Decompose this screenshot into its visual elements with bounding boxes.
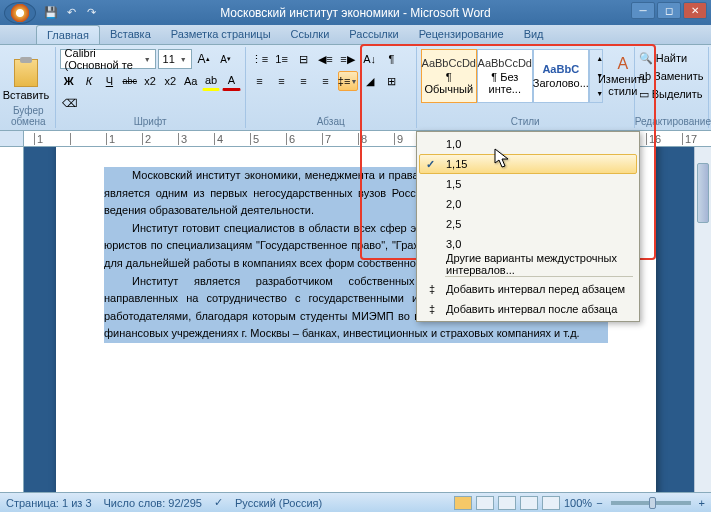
line-spacing-menu: 1,0 ✓1,15 1,5 2,0 2,5 3,0 Другие вариант…: [416, 131, 640, 322]
tab-insert[interactable]: Вставка: [100, 25, 161, 44]
view-draft[interactable]: [542, 496, 560, 510]
indent-increase-button[interactable]: ≡▶: [338, 49, 358, 69]
case-button[interactable]: Aa: [182, 71, 200, 91]
strike-button[interactable]: abc: [121, 71, 139, 91]
view-full-screen[interactable]: [476, 496, 494, 510]
bold-button[interactable]: Ж: [60, 71, 78, 91]
ruler-vertical[interactable]: [0, 147, 24, 492]
status-page[interactable]: Страница: 1 из 3: [6, 497, 92, 509]
tab-review[interactable]: Рецензирование: [409, 25, 514, 44]
group-label: Шрифт: [56, 116, 245, 127]
window-title: Московский институт экономики - Microsof…: [220, 6, 491, 20]
spacing-1.0[interactable]: 1,0: [419, 134, 637, 154]
italic-button[interactable]: К: [80, 71, 98, 91]
clipboard-icon: [14, 59, 38, 87]
zoom-in-button[interactable]: +: [699, 497, 705, 509]
group-label: Буфер обмена: [2, 105, 55, 127]
group-font: Calibri (Основной те▼ 11▼ A▴ A▾ Ж К Ч ab…: [56, 47, 246, 128]
office-button[interactable]: [4, 2, 36, 24]
highlight-color-button[interactable]: ab: [202, 71, 220, 91]
group-label: Редактирование: [635, 116, 708, 127]
font-color-button[interactable]: A: [222, 71, 240, 91]
space-before-icon: ‡: [424, 281, 440, 297]
redo-icon[interactable]: ↷: [82, 4, 100, 22]
titlebar: 💾 ↶ ↷ Московский институт экономики - Mi…: [0, 0, 711, 25]
numbering-button[interactable]: 1≡: [272, 49, 292, 69]
paste-button[interactable]: Вставить: [6, 49, 46, 111]
align-left-button[interactable]: ≡: [250, 71, 270, 91]
underline-button[interactable]: Ч: [100, 71, 118, 91]
replace-icon: ab: [639, 70, 651, 82]
view-web[interactable]: [498, 496, 516, 510]
menu-separator: [445, 276, 633, 277]
status-proofing-icon[interactable]: ✓: [214, 496, 223, 509]
show-marks-button[interactable]: ¶: [382, 49, 402, 69]
tab-mailings[interactable]: Рассылки: [339, 25, 408, 44]
spacing-more-options[interactable]: Другие варианты междустрочных интервалов…: [419, 254, 637, 274]
statusbar: Страница: 1 из 3 Число слов: 92/295 ✓ Ру…: [0, 492, 711, 512]
clear-format-button[interactable]: ⌫: [60, 93, 80, 113]
style-no-spacing[interactable]: AaBbCcDd ¶ Без инте...: [477, 49, 533, 103]
scrollbar-vertical[interactable]: [694, 147, 711, 492]
tab-layout[interactable]: Разметка страницы: [161, 25, 281, 44]
shrink-font-button[interactable]: A▾: [216, 49, 236, 69]
font-size-select[interactable]: 11▼: [158, 49, 192, 69]
space-after-icon: ‡: [424, 301, 440, 317]
justify-button[interactable]: ≡: [316, 71, 336, 91]
select-icon: ▭: [639, 88, 649, 101]
sort-button[interactable]: A↓: [360, 49, 380, 69]
select-button[interactable]: ▭Выделить: [637, 85, 706, 103]
spacing-3.0[interactable]: 3,0: [419, 234, 637, 254]
group-paragraph: ⋮≡ 1≡ ⊟ ◀≡ ≡▶ A↓ ¶ ≡ ≡ ≡ ≡ ‡≡▼ ◢ ⊞ Абзац: [246, 47, 417, 128]
font-family-select[interactable]: Calibri (Основной те▼: [60, 49, 156, 69]
group-clipboard: Вставить Буфер обмена: [2, 47, 56, 128]
find-icon: 🔍: [639, 52, 653, 65]
zoom-level[interactable]: 100%: [564, 497, 592, 509]
spacing-2.0[interactable]: 2,0: [419, 194, 637, 214]
paste-label: Вставить: [3, 89, 50, 101]
ribbon: Вставить Буфер обмена Calibri (Основной …: [0, 45, 711, 131]
group-label: Стили: [417, 116, 634, 127]
spacing-2.5[interactable]: 2,5: [419, 214, 637, 234]
status-language[interactable]: Русский (Россия): [235, 497, 322, 509]
add-space-after[interactable]: ‡Добавить интервал после абзаца: [419, 299, 637, 319]
bullets-button[interactable]: ⋮≡: [250, 49, 270, 69]
find-button[interactable]: 🔍Найти: [637, 49, 706, 67]
zoom-slider[interactable]: [611, 501, 691, 505]
save-icon[interactable]: 💾: [42, 4, 60, 22]
spacing-1.15[interactable]: ✓1,15: [419, 154, 637, 174]
scroll-thumb[interactable]: [697, 163, 709, 223]
spacing-1.5[interactable]: 1,5: [419, 174, 637, 194]
group-editing: 🔍Найти abЗаменить ▭Выделить Редактирован…: [635, 47, 709, 128]
close-button[interactable]: ✕: [683, 2, 707, 19]
quick-access-toolbar: 💾 ↶ ↷: [42, 4, 100, 22]
ribbon-tabs: Главная Вставка Разметка страницы Ссылки…: [0, 25, 711, 45]
view-outline[interactable]: [520, 496, 538, 510]
subscript-button[interactable]: x2: [141, 71, 159, 91]
style-normal[interactable]: AaBbCcDd ¶ Обычный: [421, 49, 477, 103]
tab-references[interactable]: Ссылки: [281, 25, 340, 44]
styles-icon: A: [617, 55, 628, 73]
grow-font-button[interactable]: A▴: [194, 49, 214, 69]
tab-home[interactable]: Главная: [36, 25, 100, 44]
undo-icon[interactable]: ↶: [62, 4, 80, 22]
multilevel-button[interactable]: ⊟: [294, 49, 314, 69]
add-space-before[interactable]: ‡Добавить интервал перед абзацем: [419, 279, 637, 299]
tab-view[interactable]: Вид: [514, 25, 554, 44]
style-heading1[interactable]: AaBbC Заголово...: [533, 49, 589, 103]
view-print-layout[interactable]: [454, 496, 472, 510]
line-spacing-button[interactable]: ‡≡▼: [338, 71, 358, 91]
group-label: Абзац: [246, 116, 416, 127]
shading-button[interactable]: ◢: [360, 71, 380, 91]
indent-decrease-button[interactable]: ◀≡: [316, 49, 336, 69]
superscript-button[interactable]: x2: [161, 71, 179, 91]
maximize-button[interactable]: ◻: [657, 2, 681, 19]
borders-button[interactable]: ⊞: [382, 71, 402, 91]
zoom-out-button[interactable]: −: [596, 497, 602, 509]
replace-button[interactable]: abЗаменить: [637, 67, 706, 85]
status-words[interactable]: Число слов: 92/295: [104, 497, 202, 509]
align-center-button[interactable]: ≡: [272, 71, 292, 91]
minimize-button[interactable]: ─: [631, 2, 655, 19]
zoom-thumb[interactable]: [649, 497, 656, 509]
align-right-button[interactable]: ≡: [294, 71, 314, 91]
